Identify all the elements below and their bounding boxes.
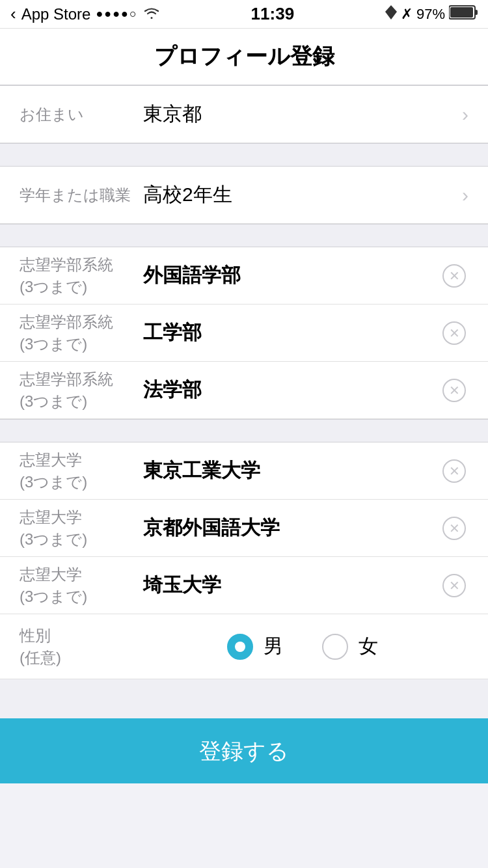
svg-rect-2 — [475, 10, 478, 15]
register-btn-wrap: 登録する — [0, 705, 488, 783]
app-store-label[interactable]: App Store — [21, 5, 91, 23]
back-arrow-icon[interactable]: ‹ — [10, 4, 16, 24]
university3-remove-circle-icon: ✕ — [442, 574, 466, 597]
faculty2-row[interactable]: 志望学部系統 (3つまで) 工学部 ✕ — [0, 305, 488, 362]
university1-label: 志望大学 (3つまで) — [20, 449, 137, 493]
gender-row: 性別 (任意) 男 女 — [0, 614, 488, 679]
faculty1-row[interactable]: 志望学部系統 (3つまで) 外国語学部 ✕ — [0, 247, 488, 305]
university2-remove-button[interactable]: ✕ — [440, 514, 468, 543]
faculty2-value: 工学部 — [137, 319, 440, 346]
status-time: 11:39 — [251, 4, 295, 24]
grade-chevron-icon: › — [462, 184, 468, 206]
page-title-bar: プロフィール登録 — [0, 29, 488, 85]
gender-female-radio[interactable] — [322, 634, 348, 660]
gender-male-label: 男 — [264, 633, 283, 660]
faculty2-label: 志望学部系統 (3つまで) — [20, 311, 137, 355]
university1-row[interactable]: 志望大学 (3つまで) 東京工業大学 ✕ — [0, 442, 488, 500]
gender-female-option[interactable]: 女 — [322, 633, 378, 660]
residence-chevron-icon: › — [462, 103, 468, 126]
gender-male-option[interactable]: 男 — [227, 633, 283, 660]
bluetooth-icon: ✗ — [401, 6, 413, 23]
signal-dots: ●●●●○ — [96, 7, 137, 21]
university2-value: 京都外国語大学 — [137, 515, 440, 541]
faculty1-remove-circle-icon: ✕ — [442, 264, 466, 288]
faculty2-remove-button[interactable]: ✕ — [440, 319, 468, 347]
gender-label: 性別 (任意) — [20, 625, 137, 668]
battery-icon — [449, 5, 478, 23]
status-bar: ‹ App Store ●●●●○ 11:39 ✗ 97% — [0, 0, 488, 29]
section-divider-2 — [0, 224, 488, 247]
section-divider-3 — [0, 419, 488, 442]
residence-row[interactable]: お住まい 東京都 › — [0, 86, 488, 143]
page-title: プロフィール登録 — [0, 42, 488, 72]
faculty3-label: 志望学部系統 (3つまで) — [20, 368, 137, 412]
university2-label: 志望大学 (3つまで) — [20, 506, 137, 550]
university1-remove-button[interactable]: ✕ — [440, 457, 468, 485]
location-icon — [385, 5, 397, 23]
svg-rect-3 — [450, 7, 473, 18]
grade-value: 高校2年生 — [137, 182, 455, 208]
university3-value: 埼玉大学 — [137, 572, 440, 599]
faculty3-value: 法学部 — [137, 377, 440, 403]
faculty1-label: 志望学部系統 (3つまで) — [20, 254, 137, 297]
university1-value: 東京工業大学 — [137, 457, 440, 484]
wifi-icon — [143, 5, 160, 23]
status-right: ✗ 97% — [385, 5, 478, 23]
gender-male-radio-inner — [235, 642, 245, 652]
university3-remove-button[interactable]: ✕ — [440, 571, 468, 600]
gender-male-radio[interactable] — [227, 634, 253, 660]
grade-row[interactable]: 学年または職業 高校2年生 › — [0, 167, 488, 224]
university1-remove-circle-icon: ✕ — [442, 459, 466, 483]
battery-percent: 97% — [416, 6, 445, 23]
university2-row[interactable]: 志望大学 (3つまで) 京都外国語大学 ✕ — [0, 500, 488, 557]
faculty3-remove-circle-icon: ✕ — [442, 379, 466, 402]
bottom-spacer — [0, 679, 488, 705]
university3-label: 志望大学 (3つまで) — [20, 563, 137, 607]
faculty2-remove-circle-icon: ✕ — [442, 321, 466, 345]
status-left: ‹ App Store ●●●●○ — [10, 4, 160, 24]
university2-remove-circle-icon: ✕ — [442, 517, 466, 540]
faculty3-row[interactable]: 志望学部系統 (3つまで) 法学部 ✕ — [0, 362, 488, 419]
register-button[interactable]: 登録する — [0, 718, 488, 783]
gender-options: 男 女 — [137, 633, 468, 660]
faculty1-value: 外国語学部 — [137, 262, 440, 289]
grade-label: 学年または職業 — [20, 184, 137, 206]
faculty1-remove-button[interactable]: ✕ — [440, 262, 468, 290]
faculty3-remove-button[interactable]: ✕ — [440, 376, 468, 405]
svg-marker-0 — [385, 5, 397, 20]
section-divider-1 — [0, 143, 488, 167]
gender-female-label: 女 — [359, 633, 378, 660]
residence-label: お住まい — [20, 103, 137, 126]
residence-value: 東京都 — [137, 101, 455, 128]
university3-row[interactable]: 志望大学 (3つまで) 埼玉大学 ✕ — [0, 557, 488, 614]
